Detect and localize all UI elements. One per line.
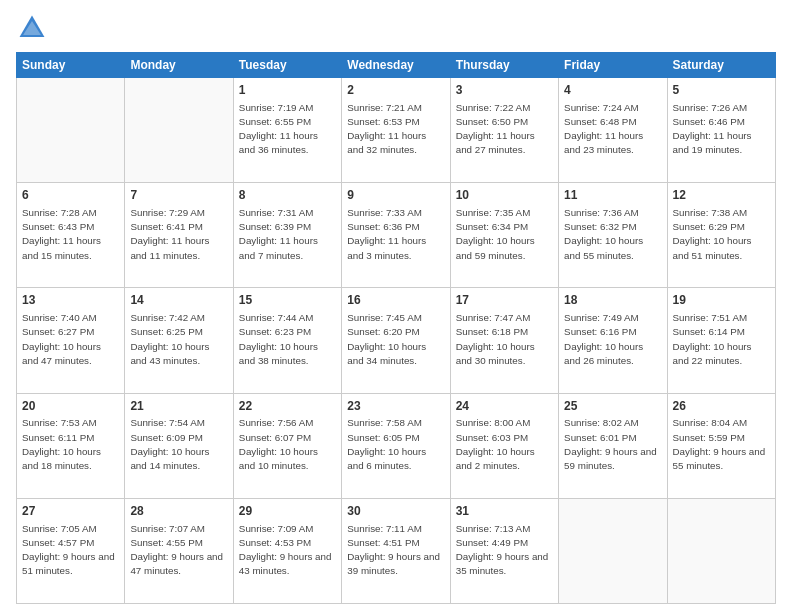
calendar-cell: 18Sunrise: 7:49 AM Sunset: 6:16 PM Dayli… xyxy=(559,288,667,393)
day-number: 20 xyxy=(22,398,119,415)
day-number: 4 xyxy=(564,82,661,99)
calendar-cell: 23Sunrise: 7:58 AM Sunset: 6:05 PM Dayli… xyxy=(342,393,450,498)
calendar-cell xyxy=(17,78,125,183)
day-info: Sunrise: 7:42 AM Sunset: 6:25 PM Dayligh… xyxy=(130,311,227,368)
day-info: Sunrise: 7:56 AM Sunset: 6:07 PM Dayligh… xyxy=(239,416,336,473)
day-number: 21 xyxy=(130,398,227,415)
calendar-cell: 19Sunrise: 7:51 AM Sunset: 6:14 PM Dayli… xyxy=(667,288,775,393)
day-number: 31 xyxy=(456,503,553,520)
day-info: Sunrise: 7:07 AM Sunset: 4:55 PM Dayligh… xyxy=(130,522,227,579)
day-number: 22 xyxy=(239,398,336,415)
calendar-cell: 27Sunrise: 7:05 AM Sunset: 4:57 PM Dayli… xyxy=(17,498,125,603)
day-number: 18 xyxy=(564,292,661,309)
calendar-cell: 9Sunrise: 7:33 AM Sunset: 6:36 PM Daylig… xyxy=(342,183,450,288)
day-number: 3 xyxy=(456,82,553,99)
calendar: Sunday Monday Tuesday Wednesday Thursday… xyxy=(16,52,776,604)
calendar-cell: 10Sunrise: 7:35 AM Sunset: 6:34 PM Dayli… xyxy=(450,183,558,288)
day-number: 30 xyxy=(347,503,444,520)
day-number: 25 xyxy=(564,398,661,415)
header xyxy=(16,12,776,44)
day-number: 6 xyxy=(22,187,119,204)
header-tuesday: Tuesday xyxy=(233,53,341,78)
day-info: Sunrise: 7:33 AM Sunset: 6:36 PM Dayligh… xyxy=(347,206,444,263)
calendar-cell: 14Sunrise: 7:42 AM Sunset: 6:25 PM Dayli… xyxy=(125,288,233,393)
calendar-cell xyxy=(667,498,775,603)
day-number: 19 xyxy=(673,292,770,309)
day-info: Sunrise: 7:22 AM Sunset: 6:50 PM Dayligh… xyxy=(456,101,553,158)
day-info: Sunrise: 7:40 AM Sunset: 6:27 PM Dayligh… xyxy=(22,311,119,368)
day-info: Sunrise: 7:38 AM Sunset: 6:29 PM Dayligh… xyxy=(673,206,770,263)
calendar-cell: 8Sunrise: 7:31 AM Sunset: 6:39 PM Daylig… xyxy=(233,183,341,288)
calendar-cell xyxy=(559,498,667,603)
day-info: Sunrise: 7:29 AM Sunset: 6:41 PM Dayligh… xyxy=(130,206,227,263)
header-thursday: Thursday xyxy=(450,53,558,78)
day-number: 8 xyxy=(239,187,336,204)
day-info: Sunrise: 7:58 AM Sunset: 6:05 PM Dayligh… xyxy=(347,416,444,473)
calendar-cell: 11Sunrise: 7:36 AM Sunset: 6:32 PM Dayli… xyxy=(559,183,667,288)
calendar-cell: 2Sunrise: 7:21 AM Sunset: 6:53 PM Daylig… xyxy=(342,78,450,183)
day-info: Sunrise: 7:45 AM Sunset: 6:20 PM Dayligh… xyxy=(347,311,444,368)
day-info: Sunrise: 8:04 AM Sunset: 5:59 PM Dayligh… xyxy=(673,416,770,473)
day-number: 5 xyxy=(673,82,770,99)
calendar-cell: 20Sunrise: 7:53 AM Sunset: 6:11 PM Dayli… xyxy=(17,393,125,498)
calendar-cell: 21Sunrise: 7:54 AM Sunset: 6:09 PM Dayli… xyxy=(125,393,233,498)
day-info: Sunrise: 7:54 AM Sunset: 6:09 PM Dayligh… xyxy=(130,416,227,473)
day-info: Sunrise: 7:21 AM Sunset: 6:53 PM Dayligh… xyxy=(347,101,444,158)
calendar-cell xyxy=(125,78,233,183)
calendar-cell: 31Sunrise: 7:13 AM Sunset: 4:49 PM Dayli… xyxy=(450,498,558,603)
day-number: 15 xyxy=(239,292,336,309)
day-number: 29 xyxy=(239,503,336,520)
calendar-cell: 15Sunrise: 7:44 AM Sunset: 6:23 PM Dayli… xyxy=(233,288,341,393)
day-number: 17 xyxy=(456,292,553,309)
calendar-cell: 4Sunrise: 7:24 AM Sunset: 6:48 PM Daylig… xyxy=(559,78,667,183)
day-info: Sunrise: 7:35 AM Sunset: 6:34 PM Dayligh… xyxy=(456,206,553,263)
day-info: Sunrise: 7:36 AM Sunset: 6:32 PM Dayligh… xyxy=(564,206,661,263)
day-number: 9 xyxy=(347,187,444,204)
header-saturday: Saturday xyxy=(667,53,775,78)
logo xyxy=(16,12,50,44)
day-info: Sunrise: 8:00 AM Sunset: 6:03 PM Dayligh… xyxy=(456,416,553,473)
day-number: 24 xyxy=(456,398,553,415)
day-info: Sunrise: 7:49 AM Sunset: 6:16 PM Dayligh… xyxy=(564,311,661,368)
calendar-cell: 24Sunrise: 8:00 AM Sunset: 6:03 PM Dayli… xyxy=(450,393,558,498)
day-number: 12 xyxy=(673,187,770,204)
calendar-cell: 26Sunrise: 8:04 AM Sunset: 5:59 PM Dayli… xyxy=(667,393,775,498)
calendar-cell: 7Sunrise: 7:29 AM Sunset: 6:41 PM Daylig… xyxy=(125,183,233,288)
day-number: 2 xyxy=(347,82,444,99)
calendar-cell: 13Sunrise: 7:40 AM Sunset: 6:27 PM Dayli… xyxy=(17,288,125,393)
day-info: Sunrise: 7:09 AM Sunset: 4:53 PM Dayligh… xyxy=(239,522,336,579)
day-number: 7 xyxy=(130,187,227,204)
header-wednesday: Wednesday xyxy=(342,53,450,78)
day-number: 16 xyxy=(347,292,444,309)
day-info: Sunrise: 7:26 AM Sunset: 6:46 PM Dayligh… xyxy=(673,101,770,158)
day-info: Sunrise: 7:31 AM Sunset: 6:39 PM Dayligh… xyxy=(239,206,336,263)
day-info: Sunrise: 7:19 AM Sunset: 6:55 PM Dayligh… xyxy=(239,101,336,158)
day-number: 14 xyxy=(130,292,227,309)
calendar-cell: 3Sunrise: 7:22 AM Sunset: 6:50 PM Daylig… xyxy=(450,78,558,183)
day-info: Sunrise: 7:53 AM Sunset: 6:11 PM Dayligh… xyxy=(22,416,119,473)
calendar-cell: 16Sunrise: 7:45 AM Sunset: 6:20 PM Dayli… xyxy=(342,288,450,393)
day-info: Sunrise: 7:51 AM Sunset: 6:14 PM Dayligh… xyxy=(673,311,770,368)
day-number: 1 xyxy=(239,82,336,99)
day-number: 13 xyxy=(22,292,119,309)
calendar-cell: 1Sunrise: 7:19 AM Sunset: 6:55 PM Daylig… xyxy=(233,78,341,183)
day-number: 11 xyxy=(564,187,661,204)
day-number: 10 xyxy=(456,187,553,204)
calendar-header-row: Sunday Monday Tuesday Wednesday Thursday… xyxy=(17,53,776,78)
day-number: 26 xyxy=(673,398,770,415)
day-info: Sunrise: 8:02 AM Sunset: 6:01 PM Dayligh… xyxy=(564,416,661,473)
day-info: Sunrise: 7:28 AM Sunset: 6:43 PM Dayligh… xyxy=(22,206,119,263)
calendar-cell: 30Sunrise: 7:11 AM Sunset: 4:51 PM Dayli… xyxy=(342,498,450,603)
day-info: Sunrise: 7:47 AM Sunset: 6:18 PM Dayligh… xyxy=(456,311,553,368)
day-number: 23 xyxy=(347,398,444,415)
header-friday: Friday xyxy=(559,53,667,78)
calendar-cell: 5Sunrise: 7:26 AM Sunset: 6:46 PM Daylig… xyxy=(667,78,775,183)
calendar-cell: 25Sunrise: 8:02 AM Sunset: 6:01 PM Dayli… xyxy=(559,393,667,498)
day-info: Sunrise: 7:13 AM Sunset: 4:49 PM Dayligh… xyxy=(456,522,553,579)
calendar-cell: 6Sunrise: 7:28 AM Sunset: 6:43 PM Daylig… xyxy=(17,183,125,288)
header-monday: Monday xyxy=(125,53,233,78)
day-info: Sunrise: 7:05 AM Sunset: 4:57 PM Dayligh… xyxy=(22,522,119,579)
header-sunday: Sunday xyxy=(17,53,125,78)
day-number: 28 xyxy=(130,503,227,520)
day-info: Sunrise: 7:44 AM Sunset: 6:23 PM Dayligh… xyxy=(239,311,336,368)
